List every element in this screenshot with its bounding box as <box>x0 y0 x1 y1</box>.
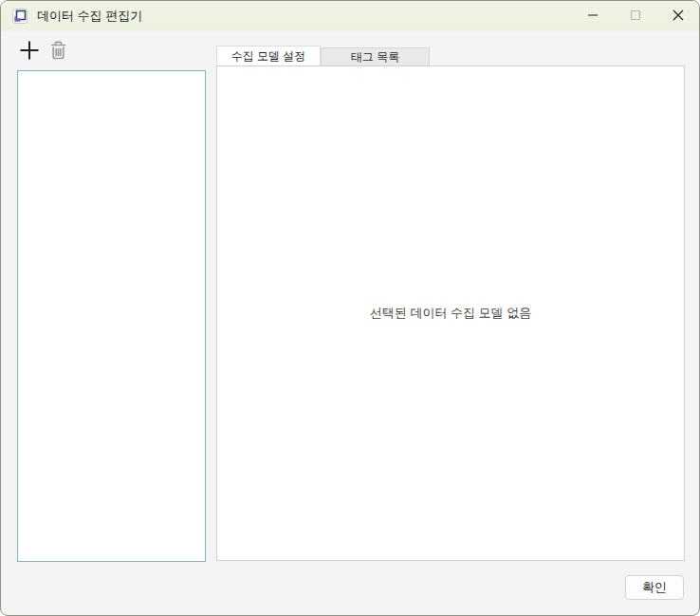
close-icon <box>672 9 684 24</box>
plus-icon <box>19 40 40 64</box>
minimize-icon <box>587 9 599 24</box>
minimize-button[interactable] <box>571 1 614 31</box>
maximize-button <box>614 1 656 31</box>
add-model-button[interactable] <box>17 39 42 64</box>
window-title: 데이터 수집 편집기 <box>37 8 142 25</box>
dialog-window: 데이터 수집 편집기 <box>0 0 700 616</box>
maximize-icon <box>630 9 641 24</box>
app-icon <box>12 9 28 24</box>
tab-model-settings[interactable]: 수집 모델 설정 <box>216 46 321 65</box>
trash-icon <box>49 41 67 63</box>
tab-panel-model-settings: 선택된 데이터 수집 모델 없음 <box>216 65 685 561</box>
empty-state-message: 선택된 데이터 수집 모델 없음 <box>370 305 531 322</box>
tab-tag-list[interactable]: 태그 목록 <box>321 47 430 65</box>
titlebar: 데이터 수집 편집기 <box>1 1 699 31</box>
titlebar-controls <box>571 1 699 31</box>
ok-button[interactable]: 확인 <box>625 575 684 600</box>
close-button[interactable] <box>656 1 699 31</box>
tabbar: 수집 모델 설정 태그 목록 <box>216 46 430 65</box>
model-list[interactable] <box>17 70 206 562</box>
delete-model-button <box>47 41 69 63</box>
